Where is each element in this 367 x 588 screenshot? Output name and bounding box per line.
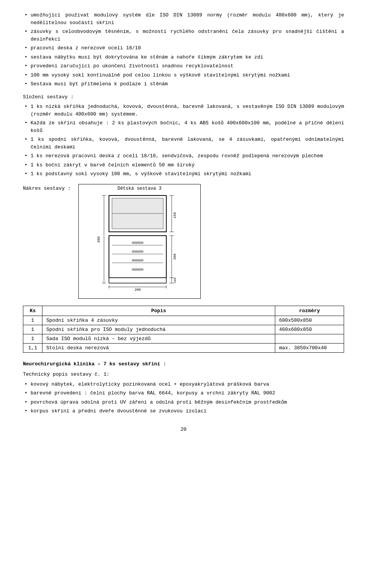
table-row: 1,1 Stolní deska nerezová max. 3850x700x… [23, 343, 344, 352]
parts-table: Ks Popis rozměry 1 Spodní skříňka 4 zásu… [23, 306, 344, 353]
rozmery-cell: 460x680x850 [275, 325, 344, 334]
bullet-item: barevné provedení : čelní plochy barva R… [23, 389, 344, 397]
bullet-item: kovový nábytek, elektrolyticky pozinkova… [23, 381, 344, 388]
diagram-section: Nákres sestavy : Dětská sestava 3 [23, 184, 344, 299]
svg-rect-11 [109, 278, 166, 283]
col-rozmery: rozměry [275, 306, 344, 316]
ks-cell: 1 [23, 334, 42, 343]
cabinet-svg: 150 200 100 690 200 [86, 194, 193, 293]
bullet-item: provedení zaručující po ukončení životno… [23, 62, 344, 70]
slozeni-item: 1 ks nízká skříňka jednoduchá, kovová, d… [23, 103, 344, 118]
ks-cell: 1 [23, 325, 42, 334]
slozeni-item: 1 ks boční zákryt v barvě čelních elemen… [23, 161, 344, 169]
ks-cell: 1 [23, 316, 42, 325]
popis-cell: Spodní skříňka 4 zásuvky [42, 316, 275, 325]
popis-cell: Stolní deska nerezová [42, 343, 275, 352]
bullet-item: Sestava musí být přitmelena k podlaze i … [23, 80, 344, 88]
tech-popis-label: Technický popis sestavy č. 1: [23, 371, 344, 378]
page-number: 20 [23, 427, 344, 432]
bottom-bullet-list: kovový nábytek, elektrolyticky pozinkova… [23, 381, 344, 415]
ks-cell: 1,1 [23, 343, 42, 352]
popis-cell: Sada ISO modulů nízká – bez výjezdů [42, 334, 275, 343]
svg-rect-8 [132, 251, 143, 252]
rozmery-cell: max. 3850x700x40 [275, 343, 344, 352]
bullet-item: korpus skříní a přední dveře dvoustěnné … [23, 407, 344, 415]
col-ks: Ks [23, 306, 42, 316]
table-row: 1 Sada ISO modulů nízká – bez výjezdů [23, 334, 344, 343]
section2-title: Neurochirurgická klinika – 7 ks sestavy … [23, 360, 344, 368]
diagram-title: Dětská sestava 3 [80, 186, 199, 191]
rozmery-cell [275, 334, 344, 343]
dim-150-text: 150 [173, 212, 177, 218]
table-row: 1 Spodní skříňka pro ISO moduly jednoduc… [23, 325, 344, 334]
slozeni-item: 1 ks spodní skříňka, kovová, dvoustěnná,… [23, 136, 344, 151]
diagram-box: Dětská sestava 3 [78, 184, 201, 299]
bullet-item: umožňující používat modulový systém dle … [23, 11, 344, 26]
slozeni-item: Každá ze skříní obsahuje : 2 ks plastový… [23, 119, 344, 134]
rozmery-cell: 600x580x850 [275, 316, 344, 325]
svg-rect-7 [132, 242, 143, 244]
slozeni-item: 1 ks podstavný sokl vysoký 100 mm, s výš… [23, 170, 344, 178]
popis-cell: Spodní skříňka pro ISO moduly jednoduchá [42, 325, 275, 334]
nakres-label: Nákres sestavy : [23, 184, 71, 191]
bullet-item: 100 mm vysoký sokl kontinuálně pod celou… [23, 72, 344, 79]
bullet-item: sestava nábytku musí být dokrytována ke … [23, 54, 344, 61]
slozeni-title: Složení sestavy : [23, 93, 344, 101]
table-header-row: Ks Popis rozměry [23, 306, 344, 316]
top-bullet-list: umožňující používat modulový systém dle … [23, 11, 344, 88]
diagram-drawing: 150 200 100 690 200 [80, 194, 199, 297]
dim-200-text: 200 [173, 253, 177, 259]
slozeni-bullet-list: 1 ks nízká skříňka jednoduchá, kovová, d… [23, 103, 344, 178]
col-popis: Popis [42, 306, 275, 316]
dim-bottom-text: 200 [135, 288, 141, 292]
dim-690-text: 690 [97, 236, 101, 242]
svg-rect-10 [132, 269, 143, 270]
bullet-item: povrchová úprava odolná proti UV záření … [23, 399, 344, 406]
bullet-item: pracovní deska z nerezové oceli 18/10 [23, 44, 344, 52]
bullet-item: zásuvky s celoobvodovým těsněním, s možn… [23, 28, 344, 43]
dim-100-text: 100 [173, 277, 177, 283]
table-row: 1 Spodní skříňka 4 zásuvky 600x580x850 [23, 316, 344, 325]
svg-rect-9 [132, 259, 143, 261]
slozeni-item: 1 ks nerezová pracovní deska z oceli 18/… [23, 152, 344, 160]
